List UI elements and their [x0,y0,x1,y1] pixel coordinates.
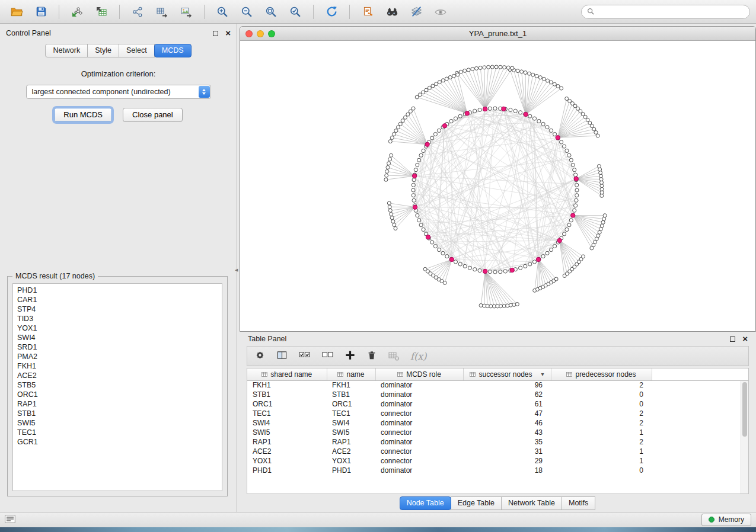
tab-network-table[interactable]: Network Table [501,496,562,510]
result-item[interactable]: FKH1 [17,361,218,371]
result-item[interactable]: PHD1 [17,286,218,295]
refresh-button[interactable] [321,3,342,21]
table-row[interactable]: SWI4SWI4dominator462 [247,418,748,428]
close-panel-button[interactable]: × [225,30,231,36]
zoom-selected-button[interactable] [285,3,306,21]
column-header-name[interactable]: name [327,368,375,380]
table-row[interactable]: TEC1TEC1connector472 [247,409,748,418]
first-neighbors-button[interactable] [381,3,403,21]
cell-shared-name: TEC1 [247,409,327,418]
result-item[interactable]: STB1 [17,409,218,418]
search-box[interactable] [581,5,750,19]
export-network-button[interactable] [127,3,148,21]
memory-button[interactable]: Memory [701,514,751,526]
search-input[interactable] [598,8,744,16]
deselect-all-button[interactable] [321,350,334,363]
clone-network-button[interactable] [357,3,378,21]
zoom-selected-icon [289,6,301,18]
zoom-out-button[interactable] [236,3,257,21]
float-panel-button[interactable] [213,31,218,36]
select-all-button[interactable] [298,350,311,363]
result-item[interactable]: ORC1 [17,390,218,399]
criterion-dropdown[interactable]: largest connected component (undirected) [26,85,211,99]
cell-name: ACE2 [327,447,375,456]
result-item[interactable]: SWI4 [17,333,218,342]
zoom-in-button[interactable] [212,3,233,21]
mcds-result-list[interactable]: PHD1CAR1STP4TID3YOX1SWI4SRD1PMA2FKH1ACE2… [12,283,222,491]
window-maximize-icon[interactable] [268,30,275,37]
table-row[interactable]: FKH1FKH1dominator962 [247,380,748,390]
cell-name: SWI4 [327,418,375,428]
column-header-filler [652,368,748,380]
run-mcds-button[interactable]: Run MCDS [54,108,112,122]
table-header-row: shared namenameMCDS rolesuccessor nodes▾… [247,368,748,380]
result-item[interactable]: GCR1 [17,437,218,447]
result-item[interactable]: STP4 [17,305,218,314]
add-row-button[interactable] [344,350,356,363]
result-item[interactable]: CAR1 [17,295,218,305]
function-builder-button[interactable]: f(x) [410,351,426,362]
cell-successor-nodes: 46 [463,418,551,428]
open-session-button[interactable] [6,3,27,21]
cell-successor-nodes: 29 [463,456,551,466]
delete-row-button[interactable] [366,350,377,363]
tab-style[interactable]: Style [87,44,119,57]
float-table-panel-button[interactable] [730,336,735,342]
result-item[interactable]: STB5 [17,380,218,390]
tab-mcds[interactable]: MCDS [154,44,192,57]
result-item[interactable]: ACE2 [17,371,218,380]
close-table-panel-button[interactable]: × [742,336,748,342]
result-item[interactable]: TID3 [17,314,218,323]
result-item[interactable]: PMA2 [17,352,218,361]
table-row[interactable]: YOX1YOX1connector291 [247,456,748,466]
table-row[interactable]: PHD1PHD1dominator180 [247,466,748,475]
cell-name: SWI5 [327,428,375,437]
delete-table-button[interactable] [388,350,400,363]
import-network-button[interactable] [66,3,88,21]
table-row[interactable]: RAP1RAP1dominator352 [247,437,748,447]
table-settings-button[interactable] [254,350,266,363]
result-item[interactable]: YOX1 [17,323,218,333]
zoom-fit-button[interactable] [260,3,282,21]
show-hide-button[interactable] [430,3,451,21]
result-item[interactable]: RAP1 [17,399,218,409]
tab-select[interactable]: Select [119,44,155,57]
column-header-shared-name[interactable]: shared name [247,368,327,380]
network-window-titlebar[interactable]: YPA_prune.txt_1 [240,27,755,41]
column-header-MCDS-role[interactable]: MCDS role [375,368,463,380]
tab-edge-table[interactable]: Edge Table [451,496,502,510]
tab-node-table[interactable]: Node Table [400,496,451,510]
mcds-result-title: MCDS result (17 nodes) [12,272,98,280]
panel-splitter-handle[interactable]: ◀ [235,268,238,273]
table-row[interactable]: STB1STB1dominator620 [247,390,748,399]
table-row[interactable]: ORC1ORC1dominator610 [247,399,748,409]
export-table-icon [156,6,168,18]
export-image-icon [180,6,192,18]
window-close-icon[interactable] [245,30,253,37]
zoom-in-icon [216,6,228,18]
panel-menu-button[interactable] [5,515,15,525]
control-panel-tabs: NetworkStyleSelectMCDS [0,44,237,57]
result-item[interactable]: TEC1 [17,428,218,437]
close-panel-button-2[interactable]: Close panel [123,108,183,122]
result-item[interactable]: SWI5 [17,418,218,428]
import-table-button[interactable] [91,3,112,21]
network-canvas[interactable] [240,41,755,332]
table-row[interactable]: SWI5SWI5connector431 [247,428,748,437]
tab-motifs[interactable]: Motifs [562,496,595,510]
column-header-successor-nodes[interactable]: successor nodes▾ [463,368,551,380]
hide-graphics-button[interactable] [406,3,427,21]
export-image-button[interactable] [176,3,197,21]
table-row[interactable]: ACE2ACE2connector311 [247,447,748,456]
network-view[interactable] [240,41,755,331]
save-session-button[interactable] [30,3,52,21]
show-columns-button[interactable] [276,350,288,363]
table-scrollbar[interactable] [741,381,748,493]
result-item[interactable]: SRD1 [17,342,218,352]
tab-network[interactable]: Network [45,44,88,57]
column-header-predecessor-nodes[interactable]: predecessor nodes [551,368,652,380]
table-scrollbar-thumb[interactable] [742,382,747,437]
export-table-button[interactable] [151,3,173,21]
window-minimize-icon[interactable] [257,30,264,37]
cell-name: PHD1 [327,466,375,475]
